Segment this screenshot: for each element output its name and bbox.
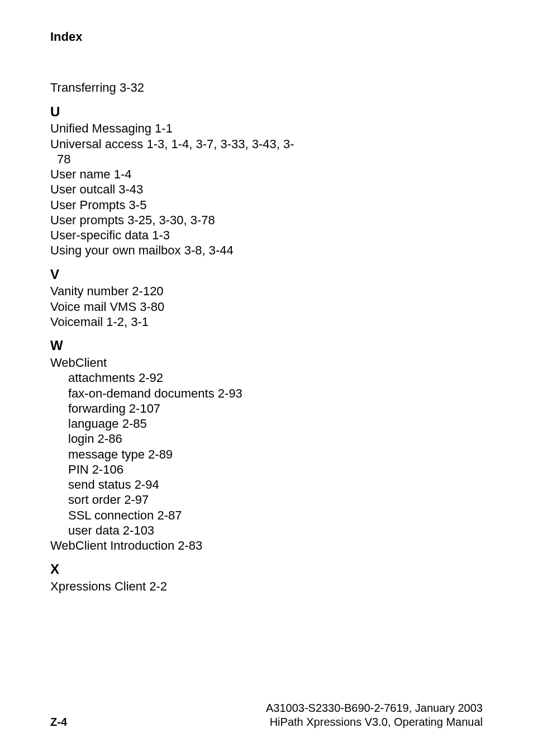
section-w-entries: WebClient attachments 2-92 fax-on-demand… xyxy=(50,355,483,553)
index-subentry: user data 2-103 xyxy=(50,523,483,538)
page-footer: Z-4 A31003-S2330-B690-2-7619, January 20… xyxy=(50,701,483,729)
section-v-entries: Vanity number 2-120 Voice mail VMS 3-80 … xyxy=(50,284,483,329)
index-entry: WebClient Introduction 2-83 xyxy=(50,538,483,553)
index-entry: User outcall 3-43 xyxy=(50,182,483,197)
index-subentry: sort order 2-97 xyxy=(50,492,483,507)
index-subentry: language 2-85 xyxy=(50,416,483,431)
index-entry: Voice mail VMS 3-80 xyxy=(50,299,483,314)
index-subentry: forwarding 2-107 xyxy=(50,401,483,416)
index-entry: Using your own mailbox 3-8, 3-44 xyxy=(50,243,483,258)
index-entry: User name 1-4 xyxy=(50,167,483,182)
section-letter-x: X xyxy=(50,561,483,578)
index-subentry: PIN 2-106 xyxy=(50,462,483,477)
index-entry: Vanity number 2-120 xyxy=(50,284,483,299)
index-entry: User prompts 3-25, 3-30, 3-78 xyxy=(50,212,483,228)
footer-page-number: Z-4 xyxy=(50,715,67,729)
section-letter-v: V xyxy=(50,266,483,283)
footer-doc-title: HiPath Xpressions V3.0, Operating Manual xyxy=(266,715,483,729)
index-subentry: message type 2-89 xyxy=(50,447,483,462)
section-letter-w: W xyxy=(50,337,483,354)
index-entry-wrap: 78 xyxy=(50,152,483,167)
index-entry: Xpressions Client 2-2 xyxy=(50,579,483,594)
section-letter-u: U xyxy=(50,103,483,120)
index-entry: User-specific data 1-3 xyxy=(50,228,483,243)
index-entry: WebClient xyxy=(50,355,483,370)
index-subentry: fax-on-demand documents 2-93 xyxy=(50,386,483,401)
index-entry: Unified Messaging 1-1 xyxy=(50,121,483,136)
index-entry: User Prompts 3-5 xyxy=(50,197,483,212)
index-subentry: login 2-86 xyxy=(50,431,483,446)
pre-section: Transferring 3-32 xyxy=(50,80,483,95)
footer-doc-id: A31003-S2330-B690-2-7619, January 2003 xyxy=(266,701,483,715)
section-u-entries: Unified Messaging 1-1 Universal access 1… xyxy=(50,121,483,258)
section-x-entries: Xpressions Client 2-2 xyxy=(50,579,483,594)
index-entry: Universal access 1-3, 1-4, 3-7, 3-33, 3-… xyxy=(50,136,483,152)
index-subentry: SSL connection 2-87 xyxy=(50,508,483,523)
index-subentry: attachments 2-92 xyxy=(50,370,483,385)
document-page: Index Transferring 3-32 U Unified Messag… xyxy=(0,0,533,756)
index-entry: Voicemail 1-2, 3-1 xyxy=(50,314,483,329)
page-header-title: Index xyxy=(50,29,483,44)
index-entry: Transferring 3-32 xyxy=(50,80,483,95)
footer-doc-info: A31003-S2330-B690-2-7619, January 2003 H… xyxy=(266,701,483,729)
index-subentry: send status 2-94 xyxy=(50,477,483,492)
